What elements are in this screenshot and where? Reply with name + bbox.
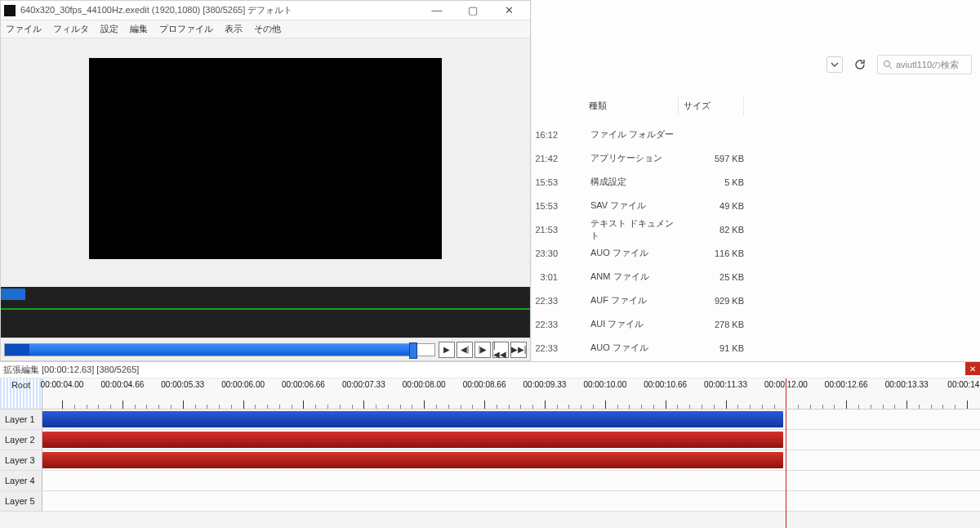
menu-4[interactable]: プロファイル (159, 23, 213, 35)
timeline-playhead[interactable] (786, 409, 786, 528)
menu-2[interactable]: 設定 (100, 23, 118, 35)
explorer-column-headers: 種類 サイズ (589, 96, 744, 115)
timeline-ruler[interactable]: 00:00:04.0000:00:04.6600:00:05.3300:00:0… (42, 378, 980, 409)
play-button[interactable]: ▶ (439, 342, 455, 358)
file-size: 91 KB (680, 343, 744, 353)
file-row[interactable]: 3:01ANM ファイル25 KB (532, 265, 980, 289)
seek-thumb[interactable] (409, 342, 417, 359)
menu-0[interactable]: ファイル (6, 23, 42, 35)
search-input[interactable]: aviutl110の検索 (877, 55, 972, 74)
file-size: 278 KB (680, 320, 744, 329)
layer-label[interactable]: Layer 4 (0, 471, 42, 490)
window-title: 640x320_30fps_44100Hz.exedit (1920,1080)… (20, 4, 414, 16)
timeline-clip[interactable] (42, 432, 783, 448)
view-dropdown-icon[interactable] (826, 56, 843, 73)
file-row[interactable]: 22:33AUF ファイル929 KB (532, 289, 980, 312)
file-type: ANM ファイル (590, 271, 680, 283)
time-label: 00:00:07.33 (342, 380, 385, 389)
time-label: 00:00:14.0 (947, 380, 980, 389)
timeline-root-label: Root (11, 380, 30, 390)
file-time: 22:33 (532, 296, 561, 306)
file-type: 構成設定 (590, 176, 680, 188)
file-time: 15:53 (532, 177, 561, 187)
time-label: 00:00:10.66 (644, 380, 687, 389)
svg-point-0 (884, 61, 890, 67)
timeline-title: 拡張編集 [00:00:12.63] [380/5265] (3, 364, 977, 376)
menu-6[interactable]: その他 (254, 23, 281, 35)
file-time: 21:53 (532, 225, 561, 235)
timeline-layer: Layer 5 (0, 491, 980, 512)
waveform-line (1, 308, 530, 310)
file-row[interactable]: 16:12ファイル フォルダー (532, 123, 980, 146)
layer-track[interactable] (42, 491, 980, 511)
file-row[interactable]: 15:53SAV ファイル49 KB (532, 194, 980, 217)
timeline-root-cell[interactable]: Root (0, 378, 42, 409)
explorer-toolbar: aviutl110の検索 (826, 54, 972, 75)
file-size: 597 KB (680, 154, 744, 163)
file-size: 116 KB (680, 248, 744, 258)
time-label: 00:00:04.66 (100, 380, 144, 389)
search-placeholder: aviutl110の検索 (896, 59, 959, 71)
layer-label[interactable]: Layer 3 (0, 450, 42, 470)
timeline-header: Root 00:00:04.0000:00:04.6600:00:05.3300… (0, 378, 980, 409)
seek-track[interactable] (4, 343, 435, 356)
video-preview-canvas[interactable] (89, 58, 442, 259)
refresh-icon[interactable] (849, 54, 871, 75)
timeline-clip[interactable] (42, 452, 783, 468)
layer-track[interactable] (42, 409, 980, 429)
time-label: 00:00:05.33 (161, 380, 204, 389)
minimize-button[interactable]: — (419, 2, 455, 20)
aviutl-menubar: ファイルフィルタ設定編集プロファイル表示その他 (1, 20, 530, 38)
file-time: 23:30 (532, 248, 561, 258)
go-start-button[interactable]: |◀◀ (492, 342, 509, 358)
aviutl-titlebar[interactable]: 640x320_30fps_44100Hz.exedit (1920,1080)… (1, 1, 530, 20)
file-size: 25 KB (680, 272, 744, 282)
file-size: 49 KB (680, 201, 744, 211)
time-label: 00:00:06.00 (221, 380, 265, 389)
aviutl-window: 640x320_30fps_44100Hz.exedit (1920,1080)… (0, 0, 531, 361)
timeline-titlebar[interactable]: 拡張編集 [00:00:12.63] [380/5265] ✕ (0, 362, 980, 378)
column-header-size[interactable]: サイズ (679, 96, 744, 115)
timeline-clip[interactable] (42, 411, 783, 427)
menu-5[interactable]: 表示 (225, 23, 243, 35)
timeline-layers: ⬉ Layer 1Layer 2Layer 3Layer 4Layer 5 (0, 409, 980, 528)
file-row[interactable]: 22:33AUO ファイル91 KB (532, 336, 980, 360)
app-icon (4, 5, 16, 16)
file-size: 82 KB (680, 225, 744, 235)
frame-back-button[interactable]: ◀| (457, 342, 473, 358)
layer-track[interactable] (42, 430, 980, 450)
timeline-close-button[interactable]: ✕ (965, 362, 980, 375)
file-row[interactable]: 21:53テキスト ドキュメント82 KB (532, 217, 980, 241)
file-row[interactable]: 15:53構成設定5 KB (532, 170, 980, 194)
menu-3[interactable]: 編集 (130, 23, 148, 35)
file-time: 21:42 (532, 154, 561, 163)
layer-label[interactable]: Layer 2 (0, 430, 42, 450)
maximize-button[interactable]: ▢ (455, 2, 491, 20)
time-label: 00:00:06.66 (282, 380, 325, 389)
file-explorer: aviutl110の検索 種類 サイズ 16:12ファイル フォルダー21:42… (531, 0, 980, 361)
search-icon (883, 60, 893, 69)
menu-1[interactable]: フィルタ (53, 23, 89, 35)
svg-line-1 (889, 66, 892, 69)
layer-track[interactable] (42, 450, 980, 470)
close-button[interactable]: ✕ (491, 2, 527, 20)
frame-forward-button[interactable]: |▶ (474, 342, 491, 358)
layer-label[interactable]: Layer 5 (0, 491, 42, 511)
file-type: アプリケーション (590, 152, 680, 164)
time-label: 00:00:10.00 (583, 380, 626, 389)
explorer-rows: 16:12ファイル フォルダー21:42アプリケーション597 KB15:53構… (532, 123, 980, 360)
file-size: 929 KB (680, 296, 744, 306)
file-row[interactable]: 23:30AUO ファイル116 KB (532, 241, 980, 265)
preview-area (1, 38, 530, 287)
go-end-button[interactable]: ▶▶| (510, 342, 527, 358)
layer-label[interactable]: Layer 1 (0, 409, 42, 429)
column-header-type[interactable]: 種類 (589, 96, 679, 115)
timeline-layer: Layer 1 (0, 409, 980, 430)
waveform-area[interactable] (1, 287, 530, 338)
layer-track[interactable] (42, 471, 980, 490)
time-label: 00:00:12.66 (825, 380, 868, 389)
file-type: テキスト ドキュメント (590, 217, 680, 242)
file-row[interactable]: 22:33AUI ファイル278 KB (532, 312, 980, 336)
window-controls: — ▢ ✕ (419, 2, 527, 20)
file-row[interactable]: 21:42アプリケーション597 KB (532, 146, 980, 170)
